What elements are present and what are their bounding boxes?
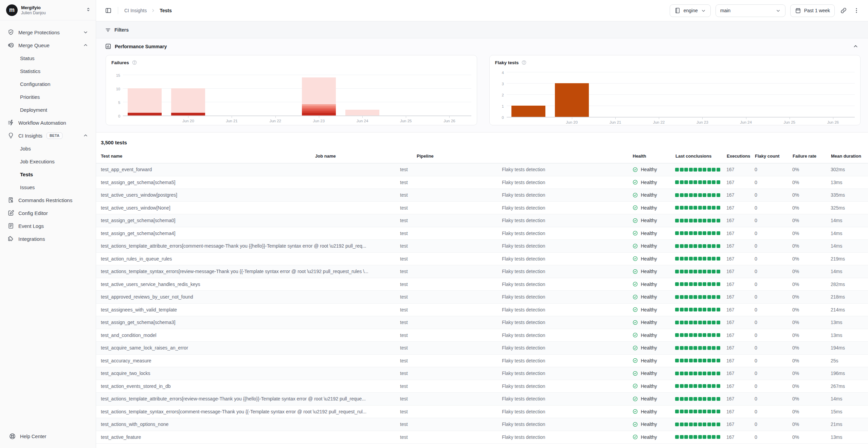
sidebar-item-ci-insights[interactable]: CI InsightsBETA [4,129,92,142]
table-row[interactable]: test_assign_get_schema[schema5]testFlaky… [96,176,868,189]
org-switcher[interactable]: m Mergifyio Julien Danjou [0,0,96,20]
table-row[interactable]: test_assignees_with_valid_templatetestFl… [96,304,868,317]
sidebar-item-workflow-automation[interactable]: Workflow Automation [4,116,92,129]
cell-health: Healthy [628,320,670,325]
table-row[interactable]: test_accuracy_measuretestFlaky tests det… [96,355,868,368]
cell-mean-duration: 21ms [826,422,868,427]
help-center-link[interactable]: Help Center [0,427,96,448]
conclusion-square [684,180,688,184]
table-row[interactable]: test_active_users_window[postgres]testFl… [96,189,868,202]
question-circle-icon[interactable] [521,60,527,65]
sidebar-item-event-logs[interactable]: Event Logs [4,219,92,232]
sidebar-item-merge-queue[interactable]: Merge Queue [4,39,92,52]
cell-flaky-count: 0 [750,243,788,249]
conclusion-square [684,231,688,235]
sidebar-item-tests[interactable]: Tests [4,168,92,181]
share-link-icon[interactable] [839,6,848,15]
cell-flaky-count: 0 [750,434,788,440]
column-header-flaky-count: Flaky count [750,152,788,163]
sidebar-item-job-executions[interactable]: Job Executions [4,155,92,168]
sidebar-item-status[interactable]: Status [4,52,92,65]
sidebar-item-statistics[interactable]: Statistics [4,65,92,77]
table-row[interactable]: test_actions_template_attribute_errors[r… [96,393,868,406]
cell-failure-rate: 0% [788,434,826,440]
cell-last-conclusions [670,193,722,197]
sidebar-item-label: Jobs [20,146,31,151]
branch-selector[interactable]: main [716,4,785,17]
table-row[interactable]: test_assign_get_schema[schema3]testFlaky… [96,316,868,329]
date-range-button[interactable]: Past 1 week [790,4,835,17]
cell-pipeline: Flaky tests detection [502,409,628,414]
table-row[interactable]: test_actions_with_options_nonetestFlaky … [96,418,868,431]
repo-selector-value: engine [684,8,698,13]
sidebar-item-deployment[interactable]: Deployment [4,103,92,116]
conclusion-square [712,333,716,337]
org-user: Julien Danjou [21,11,82,15]
cell-pipeline: Flaky tests detection [502,345,628,351]
cell-health: Healthy [628,358,670,363]
table-row[interactable]: test_action_rules_in_queue_rulestestFlak… [96,253,868,266]
conclusion-square [712,384,716,388]
sidebar-item-merge-protections[interactable]: Merge Protections [4,26,92,39]
table-row[interactable]: test_approved_reviews_by_user_not_foundt… [96,291,868,304]
chart-bar [171,88,205,115]
more-options-icon[interactable] [852,6,861,15]
cell-job-name: test [400,205,502,211]
check-circle-icon [632,269,638,274]
collapse-chevron-icon[interactable] [853,43,858,49]
table-row[interactable]: test_assign_get_schema[schema4]testFlaky… [96,227,868,240]
cell-mean-duration: 219ms [826,256,868,262]
chart-bar [555,83,589,117]
breadcrumb-parent[interactable]: CI Insights [124,8,147,13]
x-tick-label: Jun 26 [827,120,839,124]
table-row[interactable]: test_app_event_forwardtestFlaky tests de… [96,163,868,176]
table-row[interactable]: test_actions_template_syntax_errors[comm… [96,406,868,418]
column-header-health: Health [628,152,671,163]
table-row[interactable]: test_actions_template_attribute_errors[c… [96,240,868,253]
conclusion-square [712,244,716,248]
table-row[interactable]: test_acquire_same_lock_raises_an_errorte… [96,342,868,355]
conclusion-square [689,384,693,388]
table-row[interactable]: test_and_condition_modeltestFlaky tests … [96,329,868,342]
question-circle-icon[interactable] [132,60,137,65]
cell-test-name: test_acquire_two_locks [96,371,400,376]
chart-bar [302,77,336,115]
repo-selector[interactable]: engine [670,4,711,17]
table-row[interactable]: test_active_featuretestFlaky tests detec… [96,431,868,444]
cell-executions: 167 [722,371,750,376]
sidebar-item-issues[interactable]: Issues [4,181,92,194]
table-row[interactable]: test_actions_template_syntax_errors[revi… [96,265,868,278]
cell-mean-duration: 13ms [826,434,868,440]
table-row[interactable]: test_acquire_two_lockstestFlaky tests de… [96,367,868,380]
sidebar-item-jobs[interactable]: Jobs [4,142,92,155]
cell-job-name: test [400,180,502,185]
sidebar-item-label: Workflow Automation [18,120,66,126]
conclusion-square [712,270,716,273]
conclusion-square [680,193,684,197]
cell-failure-rate: 0% [788,358,826,363]
sidebar-toggle-icon[interactable] [105,7,112,14]
conclusion-square [717,193,720,197]
sidebar-item-integrations[interactable]: Integrations [4,232,92,245]
sidebar-item-config-editor[interactable]: Config Editor [4,207,92,219]
conclusion-square [698,346,702,350]
sidebar-item-commands-restrictions[interactable]: Commands Restrictions [4,194,92,207]
table-row[interactable]: test_active_users_window[None]testFlaky … [96,202,868,215]
filters-bar[interactable]: Filters [96,21,868,38]
cell-executions: 167 [722,243,750,249]
sidebar-item-configuration[interactable]: Configuration [4,77,92,90]
conclusion-square [717,180,720,184]
cell-last-conclusions [670,270,722,273]
conclusion-square [680,308,684,311]
cell-test-name: test_assign_get_schema[schema0] [96,218,400,223]
sidebar-item-priorities[interactable]: Priorities [4,90,92,103]
table-row[interactable]: test_action_events_stored_in_dbtestFlaky… [96,380,868,393]
bar-chart-icon [105,43,111,50]
conclusion-square [693,423,697,426]
table-row[interactable]: test_assign_get_schema[schema0]testFlaky… [96,214,868,227]
table-row[interactable]: test_active_users_service_handles_redis_… [96,278,868,291]
performance-summary-title: Performance Summary [115,44,167,49]
cell-last-conclusions [670,219,722,222]
conclusion-square [703,372,706,375]
check-circle-icon [632,409,638,414]
